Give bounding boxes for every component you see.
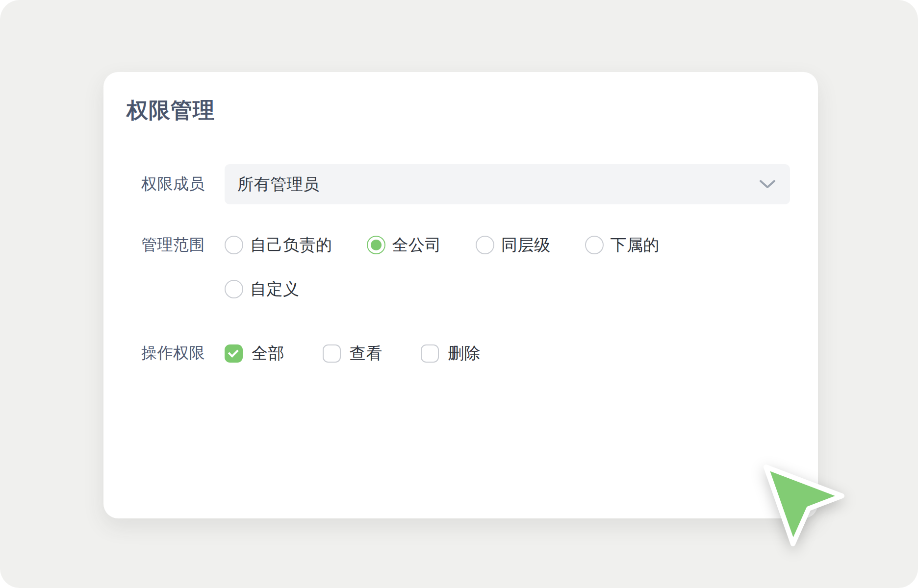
page-title: 权限管理	[127, 98, 215, 122]
radio-scope-custom[interactable]: 自定义	[225, 278, 300, 300]
radio-label: 全公司	[392, 234, 442, 256]
radio-icon[interactable]	[225, 236, 243, 254]
radio-icon[interactable]	[367, 236, 385, 254]
scope-label: 管理范围	[141, 234, 225, 256]
checkbox-label: 全部	[252, 343, 284, 365]
chevron-down-icon	[760, 180, 775, 189]
checkbox-icon[interactable]	[225, 344, 243, 363]
checkbox-action-view[interactable]: 查看	[323, 343, 382, 365]
radio-label: 自己负责的	[250, 234, 332, 256]
radio-scope-same-level[interactable]: 同层级	[476, 234, 551, 256]
member-select-value: 所有管理员	[237, 173, 320, 196]
checkbox-icon[interactable]	[323, 344, 341, 363]
radio-icon[interactable]	[225, 280, 243, 298]
radio-icon[interactable]	[476, 236, 494, 254]
radio-label: 同层级	[501, 234, 551, 256]
member-select[interactable]: 所有管理员	[225, 164, 790, 204]
form-row-scope-2: 自定义	[141, 280, 300, 298]
actions-label: 操作权限	[141, 343, 225, 364]
checkbox-action-delete[interactable]: 删除	[421, 343, 481, 365]
scope-options-2: 自定义	[225, 278, 300, 300]
form-row-member: 权限成员 所有管理员	[141, 164, 790, 204]
radio-scope-whole-company[interactable]: 全公司	[367, 234, 442, 256]
checkbox-label: 查看	[350, 343, 382, 365]
permission-panel: 权限管理 权限成员 所有管理员 管理范围 自己负责的	[103, 72, 818, 518]
form-row-scope: 管理范围 自己负责的 全公司 同层级 下属的	[141, 236, 660, 254]
radio-label: 自定义	[250, 278, 300, 300]
radio-scope-subordinates[interactable]: 下属的	[585, 234, 660, 256]
form-row-actions: 操作权限 全部 查看 删除	[141, 344, 481, 363]
radio-label: 下属的	[611, 234, 660, 256]
page-background: 权限管理 权限成员 所有管理员 管理范围 自己负责的	[0, 0, 918, 588]
member-label: 权限成员	[141, 173, 225, 195]
action-options: 全部 查看 删除	[225, 343, 481, 365]
checkbox-action-all[interactable]: 全部	[225, 343, 284, 365]
checkbox-label: 删除	[448, 343, 481, 365]
radio-icon[interactable]	[585, 236, 604, 254]
scope-options: 自己负责的 全公司 同层级 下属的	[225, 234, 660, 256]
radio-scope-own[interactable]: 自己负责的	[225, 234, 332, 256]
checkbox-icon[interactable]	[421, 344, 439, 363]
